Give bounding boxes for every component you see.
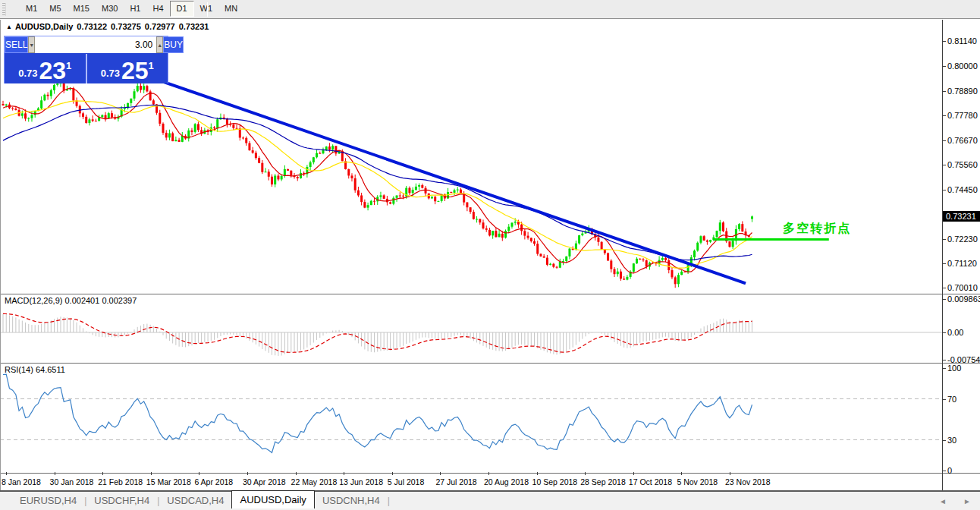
candle-body [389, 202, 391, 203]
pane-splitter-rsi[interactable] [0, 362, 980, 364]
candle-body [488, 230, 491, 236]
timeframe-button-h1[interactable]: H1 [124, 1, 146, 17]
trading-panel-quotes: 0.73 23 1 0.73 25 1 [5, 54, 168, 83]
price-axis-label: 0.81140 [947, 36, 977, 46]
candle-body [604, 250, 606, 253]
macd-axis-label: 0.00 [947, 328, 963, 337]
candle-body [300, 173, 302, 178]
volume-increase-button[interactable]: ▲ [156, 36, 163, 53]
candle-body [568, 249, 570, 257]
candle-body [507, 227, 510, 231]
timeframe-button-m30[interactable]: M30 [96, 1, 124, 17]
rsi-indicator-canvas[interactable] [0, 364, 942, 474]
chart-tab-usdchf-h4[interactable]: USDCHF,H4 [86, 493, 157, 509]
price-axis-tick [942, 165, 946, 165]
chart-tab-eurusd-h4[interactable]: EURUSD,H4 [12, 493, 84, 509]
candle-body [277, 175, 279, 179]
rsi-line [3, 374, 752, 452]
candle-body [495, 231, 497, 237]
candle-body [268, 172, 270, 176]
candle-body [105, 115, 107, 118]
candle-body [11, 109, 14, 109]
candle-body [623, 279, 625, 279]
candle-body [408, 188, 410, 194]
candle-body [552, 264, 554, 267]
candle-body [319, 153, 321, 154]
candle-body [313, 157, 315, 162]
chart-tab-usdcnh-h4[interactable]: USDCNH,H4 [315, 493, 388, 509]
candle-body [190, 131, 193, 132]
candle-body [454, 190, 456, 193]
rsi-axis-label: 30 [947, 436, 956, 445]
buy-button[interactable]: BUY [163, 36, 184, 53]
tab-scroll-right-icon[interactable]: ► [963, 497, 971, 505]
candle-body [5, 105, 8, 105]
date-axis-tick [633, 472, 634, 475]
date-axis-tick [296, 472, 297, 475]
toolbar-grip-handle[interactable] [2, 3, 6, 16]
macd-indicator-canvas[interactable] [0, 294, 942, 362]
rsi-axis-label: 70 [947, 395, 956, 404]
candle-body [2, 104, 5, 105]
candle-body [92, 119, 94, 121]
volume-input[interactable] [35, 36, 156, 53]
candle-body [470, 207, 472, 212]
volume-decrease-button[interactable]: ▼ [28, 36, 35, 53]
buy-price-quote[interactable]: 0.73 25 1 [87, 54, 168, 83]
timeframe-button-m15[interactable]: M15 [68, 1, 96, 17]
candle-body [274, 175, 276, 184]
tab-scroll-left-icon[interactable]: ◄ [939, 497, 947, 505]
sell-price-quote[interactable]: 0.73 23 1 [5, 54, 87, 83]
candle-body [101, 115, 103, 118]
candle-body [578, 235, 580, 244]
date-axis-label: 22 May 2018 [291, 477, 338, 486]
price-axis-label: 0.80000 [947, 61, 978, 71]
ohlc-close: 0.73231 [179, 22, 209, 31]
symbol-name: AUDUSD,Daily [15, 22, 73, 31]
timeframe-button-mn[interactable]: MN [218, 1, 243, 17]
buy-price-pip: 1 [149, 60, 154, 71]
candle-body [171, 134, 174, 142]
candle-body [232, 124, 234, 128]
chart-tab-usdcad-h4[interactable]: USDCAD,H4 [159, 493, 231, 509]
chart-tab-audusd-daily[interactable]: AUDUSD,Daily [231, 490, 314, 508]
sell-button[interactable]: SELL [5, 36, 28, 53]
candle-body [661, 258, 664, 260]
candle-body [143, 86, 145, 90]
price-axis-label: 0.78890 [947, 87, 978, 96]
toolbar-separator [207, 2, 208, 17]
date-axis-label: 13 Jun 2018 [339, 477, 383, 486]
candle-body [520, 225, 523, 231]
price-axis-tick [942, 66, 946, 67]
timeframe-button-m5[interactable]: M5 [43, 1, 67, 17]
candle-body [556, 267, 558, 268]
candle-body [466, 203, 468, 208]
current-price-badge: 0.73231 [943, 211, 980, 222]
timeframe-button-d1[interactable]: D1 [170, 1, 194, 17]
date-axis-tick [199, 472, 199, 475]
candle-body [239, 128, 241, 137]
candle-body [642, 260, 645, 260]
candle-body [85, 117, 87, 123]
trading-panel-top-row: SELL ▼ ▲ BUY [5, 36, 168, 53]
timeframe-button-m1[interactable]: M1 [20, 1, 43, 17]
pane-splitter-macd[interactable] [0, 293, 980, 294]
candle-body [533, 241, 536, 244]
date-axis-label: 28 Sep 2018 [580, 477, 626, 486]
symbol-title: ▲AUDUSD,Daily0.731220.732750.729770.7323… [6, 22, 209, 31]
collapse-triangle-icon[interactable]: ▲ [6, 24, 12, 30]
price-axis-tick [942, 239, 946, 240]
candle-body [620, 272, 622, 279]
timeframe-button-h4[interactable]: H4 [146, 1, 169, 17]
candle-body [95, 121, 97, 121]
candle-body [297, 177, 299, 178]
sell-price-big: 23 [39, 59, 66, 82]
candle-body [498, 234, 501, 238]
timeframe-button-w1[interactable]: W1 [194, 1, 219, 17]
candle-body [197, 124, 199, 130]
date-axis-tick [102, 472, 103, 475]
candle-body [328, 146, 331, 150]
date-axis-tick [488, 472, 489, 475]
candle-body [667, 260, 670, 270]
candle-body [610, 260, 612, 269]
